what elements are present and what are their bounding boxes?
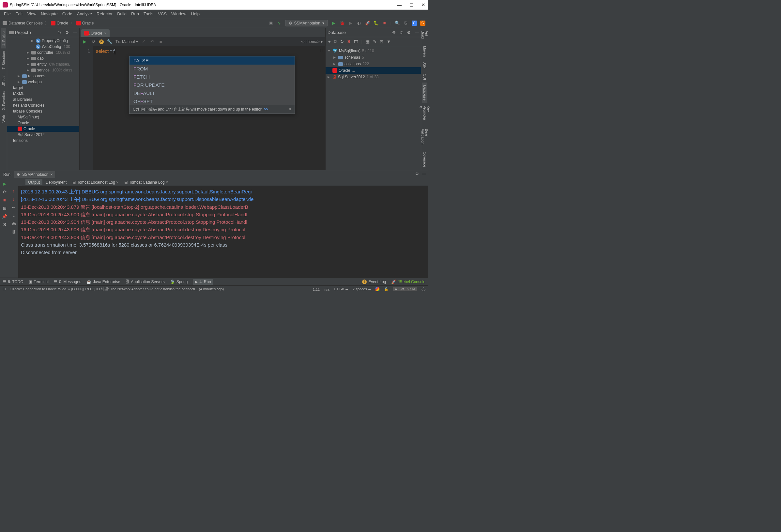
db-item[interactable]: Oracle... — [326, 67, 421, 74]
table-icon[interactable]: ▦ — [366, 39, 370, 44]
jrebel-run-icon[interactable]: 🚀 — [365, 21, 370, 26]
execute-icon[interactable]: ▶ — [82, 39, 87, 44]
caret-pos[interactable]: 1:11 — [313, 287, 320, 291]
db-item[interactable]: ▶🗄Sql Server20121 of 28 — [326, 74, 421, 80]
right-tab-ant-build[interactable]: Ant Build — [420, 28, 429, 43]
right-tab-cdi[interactable]: CDI — [422, 71, 427, 83]
vcs-icon[interactable]: ⎘ — [403, 21, 408, 26]
menu-window[interactable]: Window — [169, 10, 188, 17]
completion-item[interactable]: FROM — [129, 65, 295, 73]
tree-item[interactable]: ▶webapp — [7, 79, 79, 85]
completion-item[interactable]: DEFAULT — [129, 89, 295, 97]
run-stop-icon[interactable]: ■ — [3, 198, 6, 203]
run-config-tab[interactable]: ⚙ SSMAnnotaion × — [14, 171, 55, 178]
schema-select[interactable]: <schema> ▾ — [301, 39, 323, 44]
stop-icon[interactable]: ✖ — [347, 39, 351, 44]
history-icon[interactable]: ↺ — [91, 39, 96, 44]
layout-icon[interactable]: ⊞ — [3, 206, 6, 211]
db-item[interactable]: ▶collations222 — [326, 61, 421, 67]
completion-item[interactable]: OFFSET — [129, 97, 295, 105]
tree-item[interactable]: ▶controller100% cl — [7, 50, 79, 55]
menu-run[interactable]: Run — [129, 10, 141, 17]
run-subtab-deployment[interactable]: Deployment — [43, 179, 69, 185]
tree-item[interactable]: Sql Server2012 — [7, 132, 79, 138]
menu-file[interactable]: File — [2, 10, 13, 17]
google-status-icon[interactable] — [375, 287, 379, 291]
hide-db-icon[interactable]: — — [415, 30, 419, 35]
run-subtab-tomcat-catalina-log[interactable]: ▣ Tomcat Catalina Log × — [122, 179, 171, 185]
minimize-button[interactable]: — — [397, 2, 402, 7]
scroll-icon[interactable]: ⤓ — [12, 213, 16, 218]
tree-item[interactable]: MXML — [7, 91, 79, 96]
collapse-icon[interactable]: ⇆ — [58, 30, 61, 35]
tree-item[interactable]: tensions — [7, 138, 79, 144]
tab-java-enterprise[interactable]: ☕ Java Enterprise — [86, 280, 120, 284]
target-icon[interactable]: ⊕ — [392, 30, 396, 35]
tree-item[interactable]: ▶service100% class — [7, 67, 79, 73]
memory-indicator[interactable]: 413 of 1509M — [393, 287, 417, 291]
right-tab-key-promoter-x[interactable]: Key Promoter X — [418, 103, 431, 126]
split-icon[interactable]: ⇵ — [400, 30, 403, 35]
search-icon[interactable]: 🔍 — [395, 21, 400, 26]
stop-button[interactable]: ■ — [382, 21, 387, 26]
tree-item[interactable]: ▶entity0% classes, — [7, 61, 79, 67]
gear-icon[interactable]: ⚙ — [407, 30, 411, 35]
tree-item[interactable]: ▶dao — [7, 55, 79, 61]
editor-tab-oracle[interactable]: * Oracle × — [81, 29, 110, 37]
menu-analyze[interactable]: Analyze — [75, 10, 94, 17]
tree-item[interactable]: ▶resources — [7, 73, 79, 79]
crumb-root[interactable]: Database Consoles — [3, 21, 43, 26]
edit-icon[interactable]: ✎ — [373, 39, 376, 44]
tab-jrebel[interactable]: 🚀 JRebel Console — [391, 280, 425, 284]
menu-edit[interactable]: Edit — [13, 10, 25, 17]
lock-icon[interactable]: 🔒 — [384, 287, 388, 291]
completion-item[interactable]: FETCH — [129, 73, 295, 81]
tree-item[interactable]: hes and Consoles — [7, 103, 79, 108]
tree-item[interactable]: MySql(linux) — [7, 114, 79, 120]
rollback-icon[interactable]: ↶ — [150, 39, 155, 44]
run-gear-icon[interactable]: ⚙ — [415, 172, 419, 176]
tab-app-servers[interactable]: 🗄 Application Servers — [125, 280, 164, 284]
rerun-icon[interactable]: ▶ — [3, 181, 6, 186]
settings-icon[interactable]: ⚙ — [65, 30, 69, 35]
completion-item[interactable]: FOR UPDATE — [129, 81, 295, 89]
stop-query-icon[interactable]: ■ — [158, 39, 163, 44]
wrap-icon[interactable]: ↩ — [12, 205, 16, 210]
run-subtab-tomcat-localhost-log[interactable]: ▣ Tomcat Localhost Log × — [70, 179, 121, 185]
right-tab-jsf[interactable]: JSF — [422, 59, 427, 71]
jrebel-debug-icon[interactable]: 🐛 — [374, 21, 379, 26]
tree-item[interactable]: Oracle — [7, 126, 79, 132]
tab-spring[interactable]: 🍃 Spring — [170, 280, 188, 284]
code-editor[interactable]: select * f ⏸ FALSEFROMFETCHFOR UPDATEDEF… — [93, 46, 325, 170]
run-config-select[interactable]: ⚙ SSMAnnotaion ▾ — [285, 20, 328, 27]
right-tab-maven[interactable]: Maven — [422, 43, 427, 59]
google-icon[interactable]: G — [420, 21, 425, 26]
completion-item[interactable]: FALSE — [129, 56, 295, 65]
console-output[interactable]: [2018-12-16 00:20:43 上午]:DEBUG org.sprin… — [18, 186, 428, 278]
profile-icon[interactable]: ◐ — [357, 21, 362, 26]
crumb-1[interactable]: Oracle — [51, 21, 68, 26]
hint-link[interactable]: >> — [263, 107, 268, 112]
hammer-icon[interactable]: ↘ — [277, 21, 282, 26]
left-tab-1--project[interactable]: 1: Project — [1, 28, 6, 48]
commit-icon[interactable]: ✓ — [141, 39, 147, 44]
close-tab-icon[interactable]: × — [104, 31, 106, 35]
run-hide-icon[interactable]: — — [422, 172, 426, 176]
pin-icon[interactable]: 📌 — [2, 214, 7, 219]
tree-item[interactable]: al Libraries — [7, 96, 79, 103]
menu-code[interactable]: Code — [60, 10, 74, 17]
add-icon[interactable]: + — [328, 39, 331, 44]
menu-help[interactable]: Help — [189, 10, 202, 17]
status-icon[interactable]: ☐ — [3, 287, 6, 291]
clear-icon[interactable]: 🗑 — [12, 229, 16, 234]
datasource-icon[interactable]: 🗔 — [354, 39, 358, 44]
param-icon[interactable]: P — [99, 39, 104, 44]
right-tab-bean-validation[interactable]: Bean Validation — [420, 126, 429, 149]
indent[interactable]: 2 spaces ≑ — [353, 287, 371, 291]
exit-icon[interactable]: ✖ — [3, 222, 6, 227]
close-button[interactable]: ✕ — [421, 2, 425, 7]
left-tab-7--structure[interactable]: 7: Structure — [1, 48, 6, 72]
refresh-icon[interactable]: ↻ — [340, 39, 344, 44]
menu-navigate[interactable]: Navigate — [39, 10, 59, 17]
notif-icon[interactable]: ◯ — [421, 287, 425, 291]
